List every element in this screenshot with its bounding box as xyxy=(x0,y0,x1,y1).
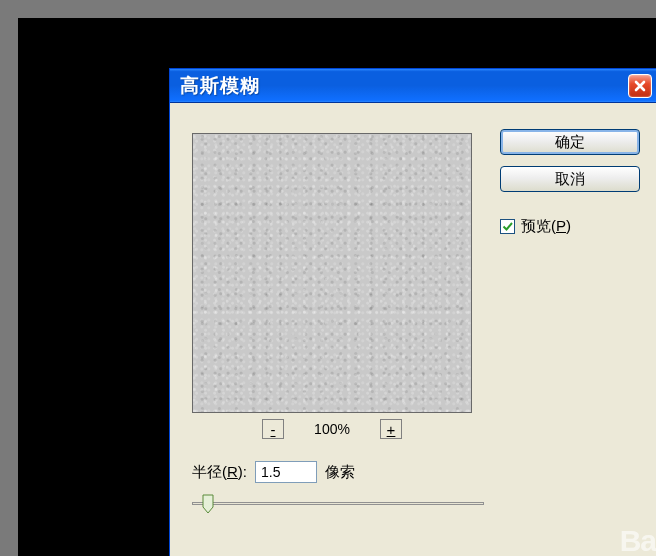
side-controls: 确定 取消 预览(P) xyxy=(500,129,640,236)
preview-image[interactable] xyxy=(192,133,472,413)
slider-track xyxy=(192,502,484,505)
gaussian-blur-dialog: 高斯模糊 - 100% + 确定 取消 xyxy=(169,68,656,556)
zoom-level-label: 100% xyxy=(306,421,358,437)
zoom-out-button[interactable]: - xyxy=(262,419,284,439)
radius-input[interactable] xyxy=(255,461,317,483)
dialog-title: 高斯模糊 xyxy=(180,73,260,99)
label-hotkey: R xyxy=(227,463,238,480)
zoom-in-button[interactable]: + xyxy=(380,419,402,439)
radius-row: 半径(R): 像索 xyxy=(192,461,355,483)
cancel-button[interactable]: 取消 xyxy=(500,166,640,192)
label-text: 半径( xyxy=(192,463,227,480)
ok-button[interactable]: 确定 xyxy=(500,129,640,155)
dialog-body: - 100% + 确定 取消 预览(P) 半径(R): xyxy=(170,103,656,556)
zoom-controls: - 100% + xyxy=(192,419,472,439)
label-text: ): xyxy=(238,463,247,480)
radius-unit-label: 像索 xyxy=(325,463,355,482)
radius-slider[interactable] xyxy=(192,493,484,515)
preview-noise xyxy=(193,134,471,412)
watermark: Ba xyxy=(620,524,656,556)
preview-checkbox-row: 预览(P) xyxy=(500,217,640,236)
titlebar[interactable]: 高斯模糊 xyxy=(170,69,656,103)
label-text: ) xyxy=(566,217,571,234)
slider-thumb[interactable] xyxy=(202,494,214,514)
label-hotkey: P xyxy=(556,217,566,234)
close-button[interactable] xyxy=(628,74,652,98)
close-icon xyxy=(633,79,647,93)
preview-checkbox[interactable] xyxy=(500,219,515,234)
slider-thumb-icon xyxy=(202,494,214,514)
checkmark-icon xyxy=(501,220,514,233)
radius-label: 半径(R): xyxy=(192,463,247,482)
preview-checkbox-label: 预览(P) xyxy=(521,217,571,236)
label-text: 预览( xyxy=(521,217,556,234)
preview-area: - 100% + xyxy=(192,133,472,439)
